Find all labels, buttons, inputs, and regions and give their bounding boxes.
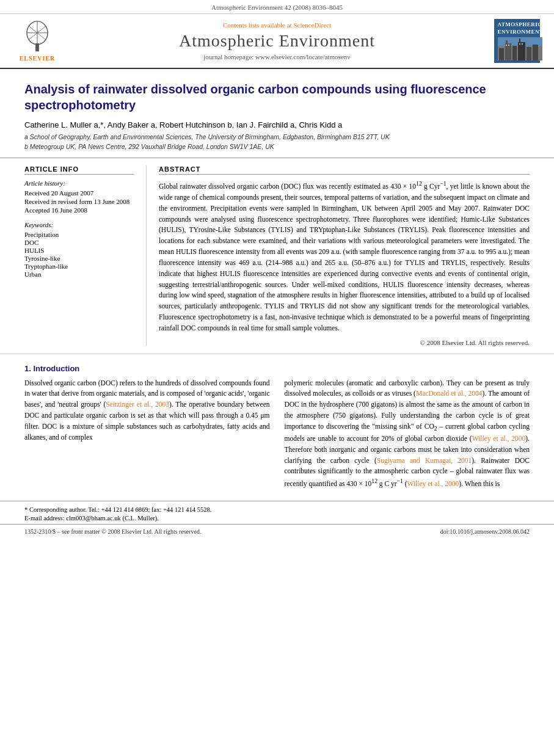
journal-citation-bar: Atmospheric Environment 42 (2008) 8036–8… (0, 0, 554, 14)
svg-rect-12 (527, 47, 531, 60)
elsevier-tree-icon (19, 20, 56, 54)
keyword-hulis: HULIS (24, 247, 134, 254)
corresponding-author: * Corresponding author. Tel.: +44 121 41… (24, 506, 530, 513)
svg-rect-17 (508, 45, 509, 46)
history-label: Article history: (24, 180, 134, 187)
section-title-text: Introduction (33, 364, 79, 373)
footnotes: * Corresponding author. Tel.: +44 121 41… (0, 501, 554, 522)
email-link[interactable]: clm003@bham.ac.uk (66, 515, 121, 522)
intro-col-right: polymeric molecules (aromatic and carbox… (285, 378, 530, 495)
atm-env-logo-text: ATMOSPHERICENVIRONMENT (498, 21, 536, 35)
keyword-precipitation: Precipitation (24, 231, 134, 238)
svg-rect-16 (506, 45, 507, 46)
abstract-text: Global rainwater dissolved organic carbo… (159, 180, 530, 333)
svg-rect-14 (506, 40, 508, 45)
abstract-heading: ABSTRACT (159, 165, 530, 175)
introduction-heading: 1. Introduction (24, 364, 530, 373)
ref-willey2000a[interactable]: Willey et al., 2000 (472, 435, 526, 442)
svg-rect-13 (533, 45, 538, 60)
journal-homepage: journal homepage: www.elsevier.com/locat… (203, 53, 351, 60)
page: Atmospheric Environment 42 (2008) 8036–8… (0, 0, 554, 756)
authors-line: Catherine L. Muller a,*, Andy Baker a, R… (24, 120, 530, 129)
sciencedirect-line: Contents lists available at ScienceDirec… (223, 21, 331, 29)
svg-rect-10 (512, 46, 517, 60)
journal-title: Atmospheric Environment (179, 31, 375, 51)
sciencedirect-link-text[interactable]: ScienceDirect (293, 21, 331, 29)
svg-rect-8 (499, 48, 504, 60)
keyword-tyrosine: Tyrosine-like (24, 255, 134, 262)
issn-info: 1352-2310/$ – see front matter © 2008 El… (24, 528, 201, 535)
atm-env-logo-box: ATMOSPHERICENVIRONMENT (489, 19, 544, 63)
elsevier-label: ELSEVIER (20, 55, 56, 62)
abstract-column: ABSTRACT Global rainwater dissolved orga… (147, 165, 530, 346)
section-number: 1. (24, 364, 31, 373)
body-section: 1. Introduction Dissolved organic carbon… (0, 354, 554, 501)
journal-citation: Atmospheric Environment 42 (2008) 8036–8… (211, 4, 343, 11)
svg-rect-11 (518, 42, 525, 60)
received-date: Received 20 August 2007 (24, 189, 134, 197)
authors-text: Catherine L. Muller a,*, Andy Baker a, R… (24, 120, 342, 129)
bottom-bar: 1352-2310/$ – see front matter © 2008 El… (0, 524, 554, 539)
journal-header: ELSEVIER Contents lists available at Sci… (0, 14, 554, 69)
svg-rect-18 (519, 43, 520, 45)
svg-rect-15 (519, 38, 520, 44)
email-footnote: E-mail address: clm003@bham.ac.uk (C.L. … (24, 515, 530, 522)
article-title: Analysis of rainwater dissolved organic … (24, 81, 530, 113)
article-info-abstract: ARTICLE INFO Article history: Received 2… (0, 158, 554, 354)
introduction-body: Dissolved organic carbon (DOC) refers to… (24, 378, 530, 495)
ref-sugiyama[interactable]: Sugiyama and Kumagai, 2001 (377, 457, 472, 464)
affiliation-b: b Meteogroup UK, PA News Centre, 292 Vau… (24, 143, 530, 150)
keyword-urban: Urban (24, 271, 134, 278)
ref-seitzinger[interactable]: Seitzinger et al., 2003 (106, 401, 169, 408)
svg-rect-9 (505, 43, 511, 60)
journal-title-section: Contents lists available at ScienceDirec… (71, 19, 483, 63)
doi-info: doi:10.1016/j.atmosenv.2008.06.042 (440, 528, 530, 535)
ref-willey2000b[interactable]: Willey et al., 2000 (407, 480, 459, 487)
intro-para-2: polymeric molecules (aromatic and carbox… (285, 378, 530, 490)
article-title-section: Analysis of rainwater dissolved organic … (0, 69, 554, 158)
article-info-column: ARTICLE INFO Article history: Received 2… (24, 165, 147, 346)
keyword-doc: DOC (24, 239, 134, 246)
article-info-heading: ARTICLE INFO (24, 165, 134, 175)
copyright-line: © 2008 Elsevier Ltd. All rights reserved… (159, 339, 530, 346)
elsevier-logo: ELSEVIER (10, 19, 65, 63)
keywords-label: Keywords: (24, 221, 134, 228)
keyword-tryptophan: Tryptophan-like (24, 263, 134, 270)
accepted-date: Accepted 16 June 2008 (24, 206, 134, 214)
ref-macdonald[interactable]: MacDonald et al., 2004 (416, 390, 483, 397)
intro-col-left: Dissolved organic carbon (DOC) refers to… (24, 378, 270, 495)
atm-env-city-image (498, 37, 542, 60)
intro-para-1: Dissolved organic carbon (DOC) refers to… (24, 378, 270, 443)
affiliation-a: a School of Geography, Earth and Environ… (24, 133, 530, 140)
revised-date: Received in revised form 13 June 2008 (24, 198, 134, 205)
svg-rect-19 (522, 43, 523, 45)
